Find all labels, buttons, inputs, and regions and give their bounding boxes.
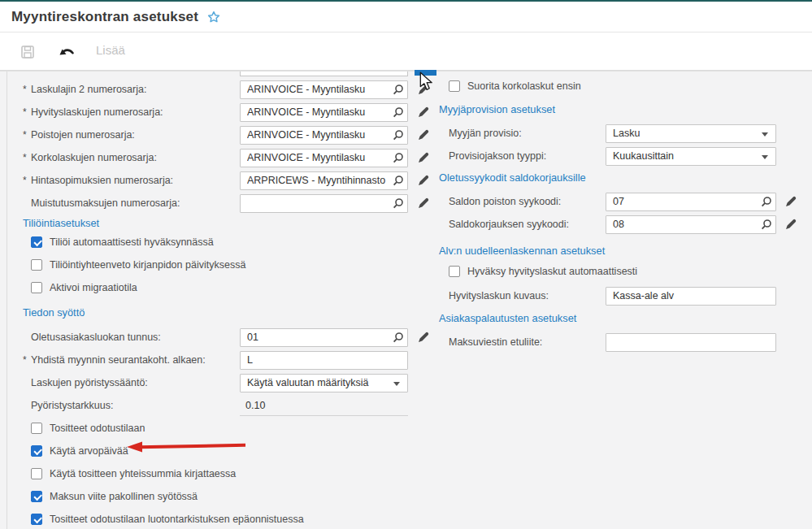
checkbox-label: Tositteet odotustilaan — [50, 423, 145, 434]
section-header-vat[interactable]: Alv:n uudelleenlaskennan asetukset — [439, 242, 812, 258]
checkbox-label: Tiliöi automaattisesti hyväksynnässä — [50, 236, 214, 248]
checkbox[interactable] — [31, 445, 42, 457]
edit-pencil-icon[interactable] — [417, 129, 429, 141]
required-marker: * — [23, 106, 31, 118]
checkbox-label: Aktivoi migraatiotila — [50, 282, 137, 293]
partial-scrolled-input[interactable] — [240, 72, 408, 76]
edit-pencil-icon[interactable] — [417, 106, 429, 119]
search-icon[interactable] — [761, 196, 772, 207]
checkbox-row-hyvaksy-hyvityslaskut: Hyväksy hyvityslaskut automaattisesti — [439, 260, 812, 283]
checkbox[interactable] — [31, 468, 42, 479]
checkbox-row: Tositteet odotustilaan — [7, 417, 438, 440]
checkbox[interactable] — [31, 282, 42, 293]
field-row-muistutusmaksujen: Muistutusmaksujen numerosarja: — [7, 192, 438, 215]
section-header-reason-codes[interactable]: Oletussyykodit saldokorjauksille — [439, 169, 812, 185]
app-window: Myyntireskontran asetukset Lisää * Lasku… — [0, 0, 812, 529]
lookup-input[interactable] — [606, 215, 776, 234]
lookup-input[interactable] — [240, 171, 408, 190]
settings-panel: * Laskulajin 2 numerosarja: * Hyvityslas… — [0, 71, 812, 529]
checkbox[interactable] — [449, 80, 460, 92]
search-icon[interactable] — [393, 152, 404, 163]
checkbox[interactable] — [31, 423, 42, 434]
search-icon[interactable] — [393, 84, 404, 95]
edit-pencil-icon[interactable] — [417, 152, 429, 164]
rounding-rule-dropdown[interactable]: Käytä valuutan määrityksiä — [240, 374, 408, 392]
field-label: Yhdistä myynnin seurantakoht. alkaen: — [31, 354, 240, 366]
lookup-input[interactable] — [240, 126, 408, 145]
field-row-yhdista-myynnin: * Yhdistä myynnin seurantakoht. alkaen: — [7, 349, 438, 371]
field-label: Laskujen pyöristyssääntö: — [31, 377, 240, 388]
edit-pencil-icon[interactable] — [417, 197, 429, 210]
field-label: Muistutusmaksujen numerosarja: — [31, 197, 240, 209]
field-row-korkolaskujen: * Korkolaskujen numerosarja: — [7, 146, 438, 169]
commission-period-dropdown[interactable]: Kuukausittain — [606, 147, 776, 166]
field-label: Hintasopimuksien numerosarja: — [31, 175, 240, 186]
field-row-hintasopimuksien: * Hintasopimuksien numerosarja: — [7, 169, 438, 192]
lookup-input[interactable] — [240, 194, 408, 213]
checkbox-row: Tiliöintiyhteenveto kirjanpidon päivityk… — [7, 254, 438, 276]
required-marker: * — [23, 152, 31, 163]
checkbox[interactable] — [31, 259, 42, 271]
field-label: Hyvityslaskujen numerosarja: — [31, 106, 240, 118]
field-row-laskulajin2: * Laskulajin 2 numerosarja: — [7, 78, 438, 101]
section-header-refunds[interactable]: Asiakaspalautusten asetukset — [439, 310, 812, 326]
checkbox-row-suorita-korkolaskut: Suorita korkolaskut ensin — [439, 75, 812, 98]
search-icon[interactable] — [761, 219, 772, 230]
left-column: * Laskulajin 2 numerosarja: * Hyvityslas… — [7, 78, 438, 529]
field-row-hyvityslaskujen: * Hyvityslaskujen numerosarja: — [7, 101, 438, 124]
save-icon[interactable] — [21, 46, 34, 59]
text-input[interactable] — [606, 333, 776, 352]
lookup-input[interactable] — [240, 328, 408, 347]
checkbox-row: Aktivoi migraatiotila — [7, 276, 438, 299]
section-header-data-entry[interactable]: Tiedon syöttö — [7, 304, 438, 320]
section-header-commission[interactable]: Myyjäprovision asetukset — [439, 101, 812, 117]
field-label: Saldon poiston syykoodi: — [449, 196, 606, 207]
lookup-input[interactable] — [240, 103, 408, 122]
section-header-accounting[interactable]: Tiliöintiasetukset — [7, 215, 438, 231]
dropdown-value: Lasku — [613, 128, 640, 139]
lookup-input[interactable] — [240, 80, 408, 99]
readonly-value: 0.10 — [240, 395, 408, 416]
search-icon[interactable] — [393, 197, 404, 209]
checkbox-row: Tiliöi automaattisesti hyväksynnässä — [7, 231, 438, 254]
text-input[interactable] — [240, 351, 408, 370]
toolbar: Lisää — [0, 33, 812, 71]
undo-icon[interactable] — [59, 47, 75, 58]
field-label: Poistojen numerosarja: — [31, 129, 240, 141]
checkbox[interactable] — [31, 514, 42, 525]
checkbox-label: Tiliöintiyhteenveto kirjanpidon päivityk… — [50, 259, 245, 271]
commission-dropdown[interactable]: Lasku — [606, 124, 776, 143]
caret-down-icon — [762, 155, 768, 159]
checkbox-row: Tositteet odotustilaan luotontarkistukse… — [7, 508, 438, 529]
search-icon[interactable] — [393, 332, 404, 343]
required-marker: * — [23, 175, 31, 186]
caret-down-icon — [393, 382, 400, 386]
checkbox[interactable] — [449, 266, 460, 277]
checkbox[interactable] — [31, 491, 42, 502]
edit-pencil-icon[interactable] — [417, 175, 429, 187]
lookup-input[interactable] — [606, 193, 776, 211]
field-row-myyjan-provisio: Myyjän provisio: Lasku — [439, 122, 812, 145]
checkbox-label: Maksun viite pakollinen syötössä — [50, 491, 198, 502]
edit-pencil-icon[interactable] — [417, 332, 429, 344]
search-icon[interactable] — [393, 175, 404, 186]
lookup-input[interactable] — [240, 149, 408, 167]
checkbox-label: Hyväksy hyvityslaskut automaattisesti — [467, 266, 637, 277]
edit-pencil-icon[interactable] — [784, 219, 797, 231]
favorite-star-icon[interactable] — [206, 10, 221, 24]
title-bar: Myyntireskontran asetukset — [0, 2, 812, 33]
text-input[interactable] — [606, 287, 776, 306]
field-row-oletusasiakasluokka: Oletusasiakasluokan tunnus: — [7, 326, 438, 349]
checkbox[interactable] — [31, 236, 42, 248]
search-icon[interactable] — [393, 129, 404, 141]
search-icon[interactable] — [393, 106, 404, 118]
field-row-poistojen: * Poistojen numerosarja: — [7, 124, 438, 146]
field-label: Pyöristystarkkuus: — [31, 400, 240, 411]
required-marker: * — [23, 84, 31, 95]
field-row-pyoristystarkkuus: Pyöristystarkkuus: 0.10 — [7, 394, 438, 417]
checkbox-label: Käytä tositteen yhteissummia kirjattaess… — [50, 468, 236, 479]
add-button[interactable]: Lisää — [96, 43, 125, 57]
mouse-cursor — [419, 72, 433, 91]
edit-pencil-icon[interactable] — [784, 196, 797, 208]
field-row-maksuviestin-etuliite: Maksuviestin etuliite: — [439, 331, 812, 353]
